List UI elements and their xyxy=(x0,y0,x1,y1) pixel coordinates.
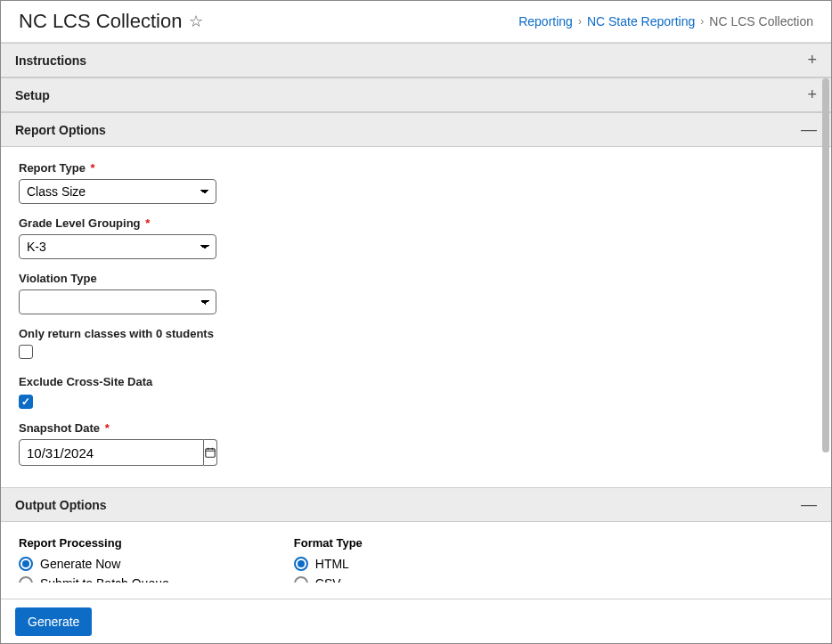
chevron-right-icon: › xyxy=(700,15,704,28)
section-header-output-options[interactable]: Output Options — xyxy=(1,488,831,522)
calendar-button[interactable] xyxy=(204,439,217,466)
label-format-type: Format Type xyxy=(294,536,363,550)
radio-generate-now[interactable]: Generate Now xyxy=(19,557,169,571)
required-asterisk: * xyxy=(145,216,150,230)
field-exclude-cross: Exclude Cross-Site Data xyxy=(19,375,813,409)
svg-rect-0 xyxy=(206,449,216,457)
scrollbar[interactable] xyxy=(819,78,831,538)
required-asterisk: * xyxy=(91,161,95,175)
breadcrumb: Reporting › NC State Reporting › NC LCS … xyxy=(518,14,813,29)
breadcrumb-current: NC LCS Collection xyxy=(709,14,813,29)
label-grade-level-grouping: Grade Level Grouping * xyxy=(19,216,813,230)
action-footer: Generate xyxy=(1,599,831,643)
output-options-body: Report Processing Generate Now Submit to… xyxy=(1,522,831,583)
plus-icon: + xyxy=(807,51,817,69)
minus-icon: — xyxy=(801,120,817,139)
label-snapshot-date: Snapshot Date * xyxy=(19,421,813,435)
snapshot-date-input[interactable] xyxy=(19,439,204,466)
radio-html[interactable]: HTML xyxy=(294,557,363,571)
section-output-options: Output Options — Report Processing Gener… xyxy=(1,487,831,583)
label-only-zero: Only return classes with 0 students xyxy=(19,327,813,340)
violation-type-select[interactable] xyxy=(19,289,216,314)
radio-submit-batch[interactable]: Submit to Batch Queue xyxy=(19,576,169,583)
only-zero-checkbox[interactable] xyxy=(19,345,33,359)
chevron-right-icon: › xyxy=(578,15,582,28)
radio-icon xyxy=(294,576,308,583)
report-processing-group: Report Processing Generate Now Submit to… xyxy=(19,536,169,583)
breadcrumb-reporting[interactable]: Reporting xyxy=(518,14,573,29)
section-header-instructions[interactable]: Instructions + xyxy=(1,44,831,77)
report-options-body: Report Type * Class Size Grade Level Gro… xyxy=(1,147,831,487)
section-report-options: Report Options — Report Type * Class Siz… xyxy=(1,112,831,487)
section-title: Instructions xyxy=(15,53,86,68)
minus-icon: — xyxy=(801,495,817,514)
section-setup: Setup + xyxy=(1,77,831,112)
field-only-zero: Only return classes with 0 students xyxy=(19,327,813,363)
label-report-type: Report Type * xyxy=(19,161,813,175)
content-area: Instructions + Setup + Report Options — … xyxy=(1,43,831,583)
calendar-icon xyxy=(204,446,216,459)
radio-icon xyxy=(19,557,33,571)
label-violation-type: Violation Type xyxy=(19,272,813,285)
radio-csv[interactable]: CSV xyxy=(294,576,363,583)
exclude-cross-checkbox[interactable] xyxy=(19,395,33,409)
scrollbar-thumb[interactable] xyxy=(822,78,829,452)
generate-button[interactable]: Generate xyxy=(15,607,92,636)
field-violation-type: Violation Type xyxy=(19,272,813,314)
favorite-star-icon[interactable]: ☆ xyxy=(189,12,203,31)
section-header-setup[interactable]: Setup + xyxy=(1,78,831,112)
label-exclude-cross: Exclude Cross-Site Data xyxy=(19,375,813,388)
field-snapshot-date: Snapshot Date * xyxy=(19,421,813,466)
label-report-processing: Report Processing xyxy=(19,536,169,550)
section-title: Output Options xyxy=(15,498,107,512)
required-asterisk: * xyxy=(105,421,110,435)
section-title: Report Options xyxy=(15,123,106,137)
format-type-group: Format Type HTML CSV xyxy=(294,536,363,583)
plus-icon: + xyxy=(807,86,817,104)
section-header-report-options[interactable]: Report Options — xyxy=(1,113,831,147)
section-title: Setup xyxy=(15,88,50,102)
section-instructions: Instructions + xyxy=(1,43,831,77)
grade-level-grouping-select[interactable]: K-3 xyxy=(19,234,216,259)
field-grade-level-grouping: Grade Level Grouping * K-3 xyxy=(19,216,813,259)
breadcrumb-state-reporting[interactable]: NC State Reporting xyxy=(587,14,695,29)
report-type-select[interactable]: Class Size xyxy=(19,179,216,204)
radio-icon xyxy=(19,576,33,583)
page-title: NC LCS Collection xyxy=(19,10,182,33)
radio-icon xyxy=(294,557,308,571)
field-report-type: Report Type * Class Size xyxy=(19,161,813,204)
page-header: NC LCS Collection ☆ Reporting › NC State… xyxy=(1,1,831,43)
